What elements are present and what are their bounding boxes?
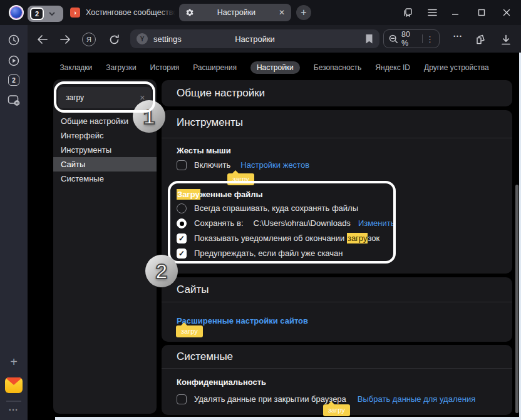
tabs-panel-button[interactable]: 2: [8, 74, 19, 86]
menu-item-tools[interactable]: Инструменты: [53, 143, 157, 157]
tab-count-badge: 2: [30, 8, 44, 20]
ask-where-to-save-row: Всегда спрашивать, куда сохранять файлы: [177, 203, 358, 213]
section-divider: [162, 302, 512, 302]
new-tab-button[interactable]: +: [296, 5, 311, 20]
menu-item-system[interactable]: Системные: [53, 172, 157, 186]
privacy-checkbox[interactable]: [177, 394, 187, 404]
save-to-label: Сохранять в:: [194, 218, 244, 228]
nav-tab-other-devices[interactable]: Другие устройства: [424, 63, 489, 72]
chevron-down-icon: [48, 10, 56, 18]
section-sites: Сайты Расширенные настройки сайтов загру: [162, 277, 512, 342]
minimize-button[interactable]: [449, 7, 462, 18]
toolbar-more-button[interactable]: ...: [448, 29, 467, 48]
forward-button[interactable]: [59, 33, 73, 46]
gestures-heading: Жесты мыши: [177, 146, 231, 155]
tab-panel-icon[interactable]: [401, 7, 414, 18]
mail-icon[interactable]: [5, 377, 23, 393]
browser-logo-icon[interactable]: [9, 5, 24, 20]
notify-row: ✓ Показывать уведомления об окончании за…: [177, 233, 379, 243]
downloads-heading: Загруженные файлы: [177, 190, 263, 199]
notify-checkbox[interactable]: ✓: [177, 233, 187, 243]
url-text: settings: [153, 34, 182, 44]
nav-tab-bookmarks[interactable]: Закладки: [59, 63, 92, 72]
close-tab-icon[interactable]: ✕: [279, 8, 285, 17]
tab-title-fade: [159, 5, 175, 20]
search-highlight: Загру: [177, 189, 200, 200]
choose-data-link[interactable]: Выбрать данные для удаления: [358, 394, 475, 404]
advanced-site-settings-link[interactable]: Расширенные настройки сайтов: [177, 316, 308, 325]
zoom-divider: [422, 34, 423, 43]
gear-icon: [185, 8, 194, 17]
tab-title: Настройки: [194, 8, 279, 17]
media-play-icon[interactable]: [7, 54, 21, 68]
site-icon: Y: [137, 33, 148, 44]
section-title: Общие настройки: [177, 87, 265, 100]
save-to-radio[interactable]: [177, 218, 187, 228]
collections-icon[interactable]: [473, 33, 487, 46]
save-to-row: Сохранять в: C:\Users\ohrau\Downloads Из…: [177, 218, 395, 228]
reload-button[interactable]: [107, 33, 121, 46]
page-scrollbar[interactable]: [515, 185, 518, 413]
notify-label-suffix: зок: [368, 233, 379, 243]
callout-step-1: 1: [133, 100, 165, 133]
privacy-label: Удалять данные при закрытии браузера: [194, 394, 346, 404]
ask-where-label: Всегда спрашивать, куда сохранять файлы: [194, 203, 358, 213]
sidebar-add-button[interactable]: +: [7, 355, 21, 369]
notify-label: Показывать уведомления об окончании загр…: [194, 233, 379, 243]
section-tools: Инструменты Жесты мыши Включить Настройк…: [162, 110, 512, 274]
gestures-settings-link[interactable]: Настройки жестов: [240, 160, 309, 170]
navigation-toolbar: Я Y settings Настройки 80 % ⋮ ...: [28, 25, 521, 53]
nav-tab-history[interactable]: История: [150, 63, 180, 72]
address-bar[interactable]: Y settings Настройки: [130, 29, 379, 48]
tab-counter-button[interactable]: 2: [28, 6, 63, 22]
section-title: Системные: [177, 351, 233, 363]
ask-where-radio[interactable]: [177, 203, 187, 213]
menu-icon[interactable]: [426, 7, 438, 18]
section-divider: [162, 138, 512, 138]
sidebar-divider: [6, 401, 21, 402]
downloads-icon[interactable]: [499, 33, 513, 46]
maximize-button[interactable]: [475, 7, 488, 18]
screenshot-icon[interactable]: [7, 93, 21, 107]
menu-item-sites[interactable]: Сайты: [53, 157, 157, 172]
window-bottom-edge: [55, 417, 521, 420]
find-match-badge: загру: [323, 404, 350, 416]
section-system: Системные Конфиденциальность Удалять дан…: [162, 345, 512, 415]
zoom-control[interactable]: 80 % ⋮: [383, 29, 440, 48]
warn-row: ✓ Предупреждать, если файл уже скачан: [177, 248, 343, 259]
search-value: загру: [66, 93, 84, 102]
tab-favicon-icon: ›: [70, 8, 80, 18]
settings-nav-tabs: Закладки Загрузки История Расширения Нас…: [28, 61, 521, 74]
nav-tab-yandex-id[interactable]: Яндекс ID: [375, 63, 410, 72]
zoom-level: 80 %: [401, 30, 417, 48]
close-window-button[interactable]: [500, 7, 513, 18]
find-match-badge: загру: [227, 173, 254, 185]
nav-tab-settings[interactable]: Настройки: [250, 61, 300, 74]
browser-sidebar: 2 + •••: [0, 25, 28, 420]
gestures-checkbox[interactable]: [177, 160, 187, 170]
warn-checkbox[interactable]: ✓: [177, 248, 187, 259]
change-path-link[interactable]: Изменить: [358, 218, 395, 228]
nav-tab-security[interactable]: Безопасность: [314, 63, 362, 72]
bookmark-icon[interactable]: [365, 34, 373, 44]
section-title: Инструменты: [177, 116, 243, 129]
zoom-menu-icon[interactable]: ⋮: [426, 34, 434, 44]
sidebar-more-button[interactable]: •••: [0, 407, 28, 413]
back-button[interactable]: [35, 33, 49, 46]
notify-label-prefix: Показывать уведомления об окончании: [194, 233, 347, 243]
tab-hosting-community[interactable]: › Хостинговое сообщество: [70, 5, 175, 20]
nav-tab-downloads[interactable]: Загрузки: [106, 63, 136, 72]
history-icon[interactable]: [7, 33, 21, 47]
nav-tab-extensions[interactable]: Расширения: [193, 63, 237, 72]
section-divider: [162, 368, 512, 369]
section-general: Общие настройки: [162, 80, 512, 106]
yandex-home-button[interactable]: Я: [82, 33, 96, 46]
section-title: Сайты: [177, 284, 209, 296]
tab-settings[interactable]: Настройки ✕: [179, 4, 291, 21]
privacy-heading: Конфиденциальность: [177, 377, 266, 387]
mail-flap: [5, 377, 23, 385]
gestures-row: Включить Настройки жестов: [177, 160, 309, 170]
save-to-path: C:\Users\ohrau\Downloads: [254, 218, 351, 228]
zoom-out-icon[interactable]: [389, 34, 398, 44]
downloads-heading-rest: женные файлы: [200, 190, 263, 199]
